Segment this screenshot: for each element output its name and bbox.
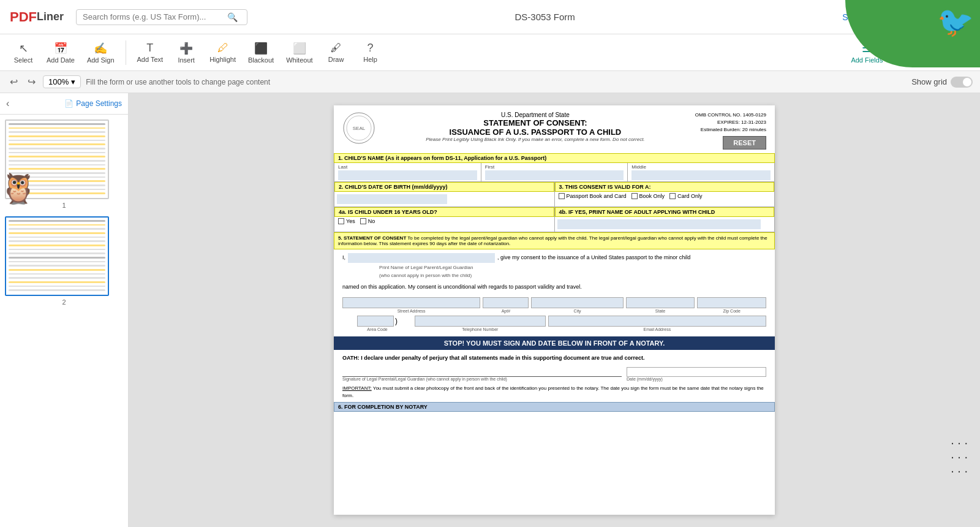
book-only-option[interactable]: Book Only [631, 193, 665, 199]
page-thumb-2[interactable]: 2 [5, 216, 123, 306]
undo-button[interactable]: ↩ [7, 75, 20, 89]
email-input[interactable] [548, 316, 766, 327]
city-label: City [574, 309, 581, 313]
redo-button[interactable]: ↪ [25, 75, 38, 89]
apt-input[interactable] [483, 297, 529, 308]
dots-decoration: · · ·· · ·· · · [951, 436, 968, 478]
reset-button[interactable]: RESET [723, 136, 766, 150]
sidebar-toggle[interactable]: ‹ [6, 98, 9, 109]
blackout-icon: ⬛ [254, 42, 268, 55]
zoom-value: 100% [48, 77, 69, 86]
logo-pdf: PDF [10, 9, 37, 25]
street-address-input[interactable] [342, 297, 480, 308]
area-code-input[interactable] [357, 316, 394, 327]
doc-title: DS-3053 Form [255, 12, 835, 22]
highlight-tool[interactable]: 🖊 Highlight [205, 39, 241, 66]
last-name-input[interactable] [338, 170, 477, 180]
pdf-page: SEAL U.S. Department of State STATEMENT … [334, 105, 775, 515]
phone-row: ) Area Code Telephone Number Email Addre… [334, 313, 775, 334]
add-date-label: Add Date [47, 56, 75, 64]
section-4a-header: 4a. IS CHILD UNDER 16 YEARS OLD? [334, 207, 554, 217]
page-num-2: 2 [5, 298, 123, 306]
section-5-title: 5. STATEMENT OF CONSENT [338, 235, 406, 241]
show-grid-control: Show grid [911, 77, 973, 88]
add-text-label: Add Text [137, 56, 164, 63]
top-navbar: PDF Liner 🔍 DS-3053 Form Support Log in … [0, 0, 980, 34]
form-note: Please Print Legibly Using Black Ink Onl… [382, 137, 689, 142]
thumb-box-2 [5, 216, 109, 296]
sidebar: ‹ 📄 Page Settings [0, 93, 129, 527]
help-tool[interactable]: ? Help [355, 39, 386, 66]
search-input[interactable] [83, 12, 224, 21]
highlight-label: Highlight [209, 56, 236, 63]
omb2: EXPIRES: 12-31-2023 [695, 119, 766, 126]
state-input[interactable] [626, 297, 695, 308]
dob-input[interactable] [337, 194, 447, 204]
select-label: Select [14, 56, 33, 64]
first-name-cell: First [481, 163, 628, 181]
email-label: Email Address [644, 327, 671, 332]
blackout-label: Blackout [248, 56, 274, 64]
us-seal: SEAL [342, 112, 375, 145]
search-icon[interactable]: 🔍 [227, 12, 238, 22]
logo[interactable]: PDF Liner [10, 9, 64, 25]
whiteout-tool[interactable]: ⬜ Whiteout [281, 39, 317, 66]
date-signed-input[interactable] [627, 367, 766, 377]
cannot-label: (who cannot apply in person with the chi… [379, 272, 766, 280]
no-option[interactable]: No [360, 218, 375, 224]
insert-tool[interactable]: ➕ Insert [170, 39, 202, 66]
draw-tool[interactable]: 🖋 Draw [320, 39, 352, 66]
search-bar[interactable]: 🔍 [76, 9, 247, 25]
page-settings-label: Page Settings [76, 99, 122, 108]
main-title: STATEMENT OF CONSENT: [382, 118, 689, 127]
print-label: Print Name of Legal Parent/Legal Guardia… [379, 264, 766, 272]
svg-text:SEAL: SEAL [353, 126, 366, 131]
section-4b-header: 4b. IF YES, PRINT NAME OF ADULT APPLYING… [555, 207, 775, 217]
passport-book-card-label: Passport Book and Card [567, 193, 627, 199]
show-grid-label: Show grid [911, 77, 947, 86]
telephone-input[interactable] [415, 316, 546, 327]
first-name-input[interactable] [485, 170, 624, 180]
legal-guardian-name-input[interactable] [348, 253, 495, 263]
subbar: ↩ ↪ 100% ▾ Fill the form or use another … [0, 71, 980, 93]
zoom-chevron[interactable]: ▾ [71, 77, 75, 86]
omb3: Estimated Burden: 20 minutes [695, 126, 766, 134]
important-text: You must submit a clear photocopy of the… [342, 385, 764, 398]
dept-name: U.S. Department of State [382, 112, 689, 118]
middle-name-cell: Middle [628, 163, 774, 181]
select-icon: ↖ [19, 42, 28, 55]
consent-body: I, , give my consent to the issuance of … [334, 249, 775, 295]
highlight-icon: 🖊 [217, 42, 228, 55]
hint-text: Fill the form or use another tools to ch… [86, 78, 907, 86]
sign-icon: ✍ [94, 42, 107, 55]
signature-row: Signature of Legal Parental/Legal Guardi… [334, 363, 775, 382]
add-text-tool[interactable]: T Add Text [132, 39, 168, 66]
signature-field[interactable] [342, 365, 622, 377]
card-only-option[interactable]: Card Only [669, 193, 703, 199]
add-sign-tool[interactable]: ✍ Add Sign [82, 39, 119, 66]
add-date-tool[interactable]: 📅 Add Date [42, 39, 80, 66]
sidebar-header: ‹ 📄 Page Settings [0, 93, 128, 115]
blackout-tool[interactable]: ⬛ Blackout [243, 39, 279, 66]
section-5: 5. STATEMENT OF CONSENT To be completed … [334, 232, 775, 249]
zoom-control[interactable]: 100% ▾ [43, 75, 81, 88]
give-consent-text: , give my consent to the issuance of a U… [497, 253, 690, 262]
telephone-label: Telephone Number [462, 327, 498, 332]
page-settings-button[interactable]: 📄 Page Settings [64, 99, 122, 108]
select-tool[interactable]: ↖ Select [7, 39, 39, 66]
zip-input[interactable] [697, 297, 766, 308]
adult-name-input[interactable] [557, 219, 761, 229]
insert-label: Insert [178, 56, 195, 64]
yes-no-options: Yes No [334, 217, 554, 226]
middle-name-input[interactable] [631, 170, 771, 180]
card-only-label: Card Only [677, 193, 703, 199]
passport-book-card-option[interactable]: Passport Book and Card [559, 193, 627, 199]
section-4b-col: 4b. IF YES, PRINT NAME OF ADULT APPLYING… [555, 207, 775, 232]
address-row: Street Address Apt# City State [334, 295, 775, 313]
section-1-header: 1. CHILD'S NAME (As it appears on form D… [334, 153, 775, 163]
validity-options: Passport Book and Card Book Only Card On… [555, 192, 775, 200]
yes-option[interactable]: Yes [338, 218, 355, 224]
show-grid-toggle[interactable] [951, 77, 973, 88]
city-input[interactable] [531, 297, 623, 308]
omb1: OMB CONTROL NO. 1405-0129 [695, 112, 766, 119]
